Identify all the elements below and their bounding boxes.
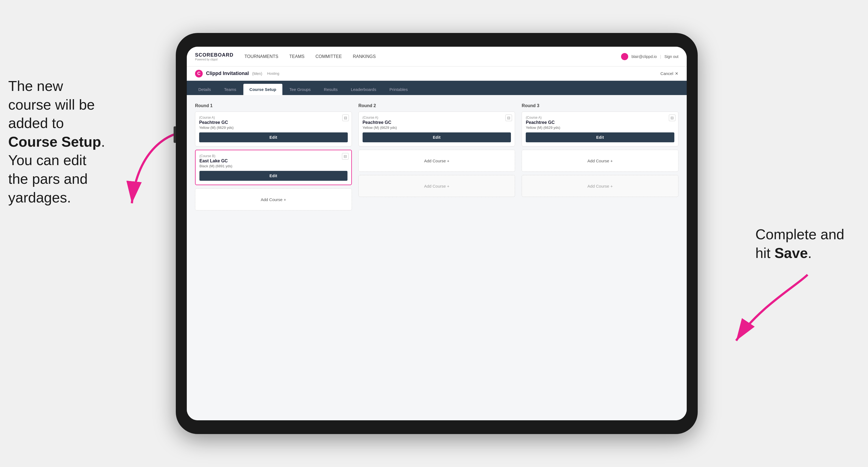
- tab-tee-groups[interactable]: Tee Groups: [283, 84, 317, 95]
- round1-course-a-edit-button[interactable]: Edit: [199, 132, 348, 142]
- annotation-line5: You can edit: [8, 152, 86, 168]
- annotation-line6: the pars and: [8, 171, 88, 187]
- round1-course-a-card: ⊟ (Course A) Peachtree GC Yellow (M) (66…: [195, 112, 352, 147]
- round2-course-a-edit-button[interactable]: Edit: [363, 132, 511, 142]
- nav-rankings[interactable]: RANKINGS: [353, 54, 376, 59]
- main-content: Round 1 ⊟ (Course A) Peachtree GC Yellow…: [187, 95, 687, 420]
- round1-course-a-label: (Course A): [199, 116, 348, 120]
- round3-add-course-button[interactable]: Add Course +: [522, 150, 679, 172]
- tab-results[interactable]: Results: [318, 84, 344, 95]
- round3-course-a-delete-button[interactable]: ⊟: [669, 115, 676, 121]
- clippd-icon: C: [195, 70, 203, 77]
- round1-add-course-button[interactable]: Add Course +: [195, 188, 352, 211]
- annotation-right-line1: Complete and: [755, 226, 844, 242]
- left-annotation: The new course will be added to Course S…: [8, 77, 124, 207]
- round-1-label: Round 1: [195, 103, 352, 108]
- cancel-label: Cancel: [660, 71, 673, 76]
- annotation-line7: yardages.: [8, 190, 71, 206]
- round2-add-course-2-button: Add Course +: [359, 175, 515, 197]
- round-2-column: Round 2 ⊟ (Course A) Peachtree GC Yellow…: [359, 103, 515, 214]
- annotation-right-line2a: hit: [755, 245, 774, 261]
- round3-course-a-name: Peachtree GC: [526, 120, 674, 125]
- round1-course-b-name: East Lake GC: [199, 158, 347, 163]
- round1-course-b-tee: Black (M) (6891 yds): [199, 164, 347, 168]
- round1-course-b-delete-button[interactable]: ⊟: [342, 153, 348, 160]
- round1-course-a-delete-button[interactable]: ⊟: [342, 115, 349, 121]
- round2-add-course-button[interactable]: Add Course +: [359, 150, 515, 172]
- logo-subtitle: Powered by clippd: [195, 58, 234, 61]
- annotation-right-bold: Save: [774, 245, 808, 261]
- round-2-label: Round 2: [359, 103, 515, 108]
- user-avatar: [621, 53, 628, 60]
- round1-course-b-edit-button[interactable]: Edit: [199, 171, 347, 181]
- round2-add-course-2-label: Add Course +: [424, 184, 450, 188]
- round2-course-a-delete-button[interactable]: ⊟: [505, 115, 512, 121]
- tablet-screen: SCOREBOARD Powered by clippd TOURNAMENTS…: [187, 47, 687, 420]
- tab-nav: Details Teams Course Setup Tee Groups Re…: [187, 81, 687, 95]
- round1-course-a-name: Peachtree GC: [199, 120, 348, 125]
- nav-user: blair@clippd.io | Sign out: [621, 53, 679, 60]
- round1-course-b-card: ⊟ (Course B) East Lake GC Black (M) (689…: [195, 150, 352, 185]
- tab-teams[interactable]: Teams: [218, 84, 242, 95]
- round1-course-b-label: (Course B): [199, 154, 347, 158]
- annotation-line3: added to: [8, 115, 64, 131]
- round3-add-course-2-button: Add Course +: [522, 175, 679, 197]
- annotation-line4-bold: Course Setup: [8, 134, 101, 150]
- cancel-button[interactable]: Cancel ✕: [660, 71, 679, 76]
- round2-course-a-name: Peachtree GC: [363, 120, 511, 125]
- round3-course-a-edit-button[interactable]: Edit: [526, 132, 674, 142]
- scoreboard-logo: SCOREBOARD Powered by clippd: [195, 52, 234, 61]
- user-email: blair@clippd.io: [631, 54, 657, 59]
- round-3-column: Round 3 ⊟ (Course A) Peachtree GC Yellow…: [522, 103, 679, 214]
- sub-header-left: C Clippd Invitational (Men) Hosting: [195, 70, 279, 77]
- tablet-frame: SCOREBOARD Powered by clippd TOURNAMENTS…: [176, 33, 698, 434]
- round2-course-a-label: (Course A): [363, 116, 511, 120]
- close-icon: ✕: [675, 71, 679, 76]
- round3-course-a-label: (Course A): [526, 116, 674, 120]
- tab-printables[interactable]: Printables: [383, 84, 414, 95]
- top-nav: SCOREBOARD Powered by clippd TOURNAMENTS…: [187, 47, 687, 66]
- round2-course-a-card: ⊟ (Course A) Peachtree GC Yellow (M) (66…: [359, 112, 515, 147]
- annotation-right-line2b: .: [808, 245, 812, 261]
- tab-course-setup[interactable]: Course Setup: [243, 84, 282, 95]
- round-1-column: Round 1 ⊟ (Course A) Peachtree GC Yellow…: [195, 103, 352, 214]
- nav-tournaments[interactable]: TOURNAMENTS: [245, 54, 278, 59]
- round3-course-a-card: ⊟ (Course A) Peachtree GC Yellow (M) (66…: [522, 112, 679, 147]
- round3-add-course-2-label: Add Course +: [588, 184, 613, 188]
- round3-add-course-label: Add Course +: [588, 158, 613, 163]
- round1-add-course-label: Add Course +: [261, 197, 286, 202]
- rounds-grid: Round 1 ⊟ (Course A) Peachtree GC Yellow…: [195, 103, 679, 214]
- right-arrow-icon: [725, 269, 813, 352]
- tab-details[interactable]: Details: [192, 84, 217, 95]
- round2-course-a-tee: Yellow (M) (6629 yds): [363, 126, 511, 130]
- tournament-meta: (Men): [252, 71, 262, 76]
- sub-header: C Clippd Invitational (Men) Hosting Canc…: [187, 66, 687, 81]
- nav-teams[interactable]: TEAMS: [289, 54, 304, 59]
- round-3-label: Round 3: [522, 103, 679, 108]
- annotation-line1: The new: [8, 78, 63, 94]
- sign-out-link[interactable]: Sign out: [664, 54, 679, 59]
- tab-leaderboards[interactable]: Leaderboards: [345, 84, 382, 95]
- round2-add-course-label: Add Course +: [424, 158, 450, 163]
- round3-course-a-tee: Yellow (M) (6629 yds): [526, 126, 674, 130]
- logo-title: SCOREBOARD: [195, 52, 234, 58]
- tournament-name: Clippd Invitational: [206, 71, 249, 76]
- right-annotation: Complete and hit Save.: [755, 225, 860, 262]
- round1-course-a-tee: Yellow (M) (6629 yds): [199, 126, 348, 130]
- annotation-line2: course will be: [8, 97, 95, 113]
- nav-links: TOURNAMENTS TEAMS COMMITTEE RANKINGS: [245, 54, 621, 59]
- hosting-badge: Hosting: [267, 71, 279, 75]
- nav-committee[interactable]: COMMITTEE: [315, 54, 342, 59]
